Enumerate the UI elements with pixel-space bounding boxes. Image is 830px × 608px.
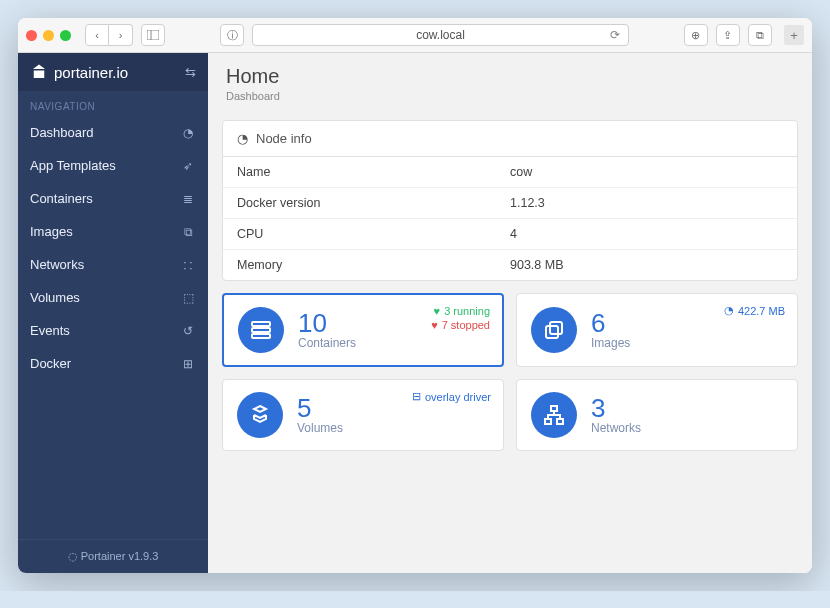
sidebar-item-label: Dashboard [30,125,94,140]
page-title: Home [226,65,794,88]
svg-rect-9 [545,419,551,424]
heartbeat-icon: ♥ [434,305,441,317]
svg-rect-5 [252,334,270,338]
tile-count: 10 [298,310,356,336]
heartbeat-icon: ♥ [431,319,438,331]
dashboard-tiles: 10 Containers ♥3 running ♥7 stopped 6 Im… [222,293,798,451]
sidebar-item-label: Networks [30,257,84,272]
minimize-window[interactable] [43,30,54,41]
grid-icon: ⊞ [180,357,196,371]
running-count: 3 running [444,305,490,317]
sidebar-item-label: Images [30,224,73,239]
clone-icon: ⧉ [180,225,196,239]
info-row-name: Name cow [223,157,797,188]
svg-rect-10 [557,419,563,424]
safari-window: ‹ › ⓘ cow.local ⟳ ⊕ ⇪ ⧉ + portainer.io ⇆… [18,18,812,573]
clone-icon [531,307,577,353]
sidebar-footer[interactable]: ◌ Portainer v1.9.3 [18,539,208,573]
hdd-icon: ⊟ [412,390,421,403]
svg-rect-3 [252,322,270,326]
tile-label: Images [591,336,630,350]
pie-icon: ◔ [724,304,734,317]
tile-containers[interactable]: 10 Containers ♥3 running ♥7 stopped [222,293,504,367]
sidebar-item-dashboard[interactable]: Dashboard ◔ [18,116,208,149]
new-tab-button[interactable]: + [784,25,804,45]
sitemap-icon [531,392,577,438]
sidebar-item-volumes[interactable]: Volumes ⬚ [18,281,208,314]
tile-volumes[interactable]: 5 Volumes ⊟overlay driver [222,379,504,451]
tile-images[interactable]: 6 Images ◔422.7 MB [516,293,798,367]
svg-rect-4 [252,328,270,332]
server-icon: ≣ [180,192,196,206]
brand-bar[interactable]: portainer.io ⇆ [18,53,208,91]
tile-label: Volumes [297,421,343,435]
sidebar-item-label: Containers [30,191,93,206]
sidebar-item-images[interactable]: Images ⧉ [18,215,208,248]
forward-button[interactable]: › [109,24,133,46]
images-size: 422.7 MB [738,305,785,317]
svg-rect-2 [34,71,45,79]
sidebar-item-events[interactable]: Events ↺ [18,314,208,347]
sidebar-item-label: Docker [30,356,71,371]
tile-count: 5 [297,395,343,421]
info-row-memory: Memory 903.8 MB [223,250,797,280]
address-bar[interactable]: cow.local ⟳ [252,24,629,46]
main-content: Home Dashboard ◔ Node info Name cow Dock… [208,53,812,573]
sidebar-item-docker[interactable]: Docker ⊞ [18,347,208,380]
brand-name: portainer.io [54,64,179,81]
tile-label: Networks [591,421,641,435]
tile-count: 3 [591,395,641,421]
info-row-docker-version: Docker version 1.12.3 [223,188,797,219]
downloads-button[interactable]: ⊕ [684,24,708,46]
sitemap-icon: ⸬ [180,258,196,272]
sidebar-collapse-icon[interactable]: ⇆ [185,65,196,80]
tile-networks[interactable]: 3 Networks [516,379,798,451]
node-info-card: ◔ Node info Name cow Docker version 1.12… [222,120,798,281]
cubes-icon: ⬚ [180,291,196,305]
reload-icon[interactable]: ⟳ [610,28,620,42]
browser-toolbar: ‹ › ⓘ cow.local ⟳ ⊕ ⇪ ⧉ + [18,18,812,53]
svg-rect-7 [546,326,558,338]
portainer-app: portainer.io ⇆ NAVIGATION Dashboard ◔ Ap… [18,53,812,573]
github-icon: ◌ [68,550,81,562]
site-info-button[interactable]: ⓘ [220,24,244,46]
sidebar-item-label: App Templates [30,158,116,173]
back-button[interactable]: ‹ [85,24,109,46]
svg-rect-0 [147,30,159,40]
sidebar: portainer.io ⇆ NAVIGATION Dashboard ◔ Ap… [18,53,208,573]
sidebar-item-label: Volumes [30,290,80,305]
server-icon [238,307,284,353]
url-text: cow.local [416,28,465,42]
gauge-icon: ◔ [237,131,248,146]
tile-count: 6 [591,310,630,336]
close-window[interactable] [26,30,37,41]
sidebar-toggle[interactable] [141,24,165,46]
tile-label: Containers [298,336,356,350]
rocket-icon: ➶ [180,159,196,173]
cubes-icon [237,392,283,438]
info-row-cpu: CPU 4 [223,219,797,250]
gauge-icon: ◔ [180,126,196,140]
sidebar-item-networks[interactable]: Networks ⸬ [18,248,208,281]
window-controls [26,30,71,41]
sidebar-item-containers[interactable]: Containers ≣ [18,182,208,215]
breadcrumb: Dashboard [226,90,794,102]
tabs-button[interactable]: ⧉ [748,24,772,46]
portainer-logo-icon [30,63,48,81]
volume-driver: overlay driver [425,391,491,403]
svg-rect-8 [551,406,557,411]
maximize-window[interactable] [60,30,71,41]
svg-rect-6 [550,322,562,334]
stopped-count: 7 stopped [442,319,490,331]
page-header: Home Dashboard [208,53,812,112]
nav-section-label: NAVIGATION [18,91,208,116]
sidebar-item-app-templates[interactable]: App Templates ➶ [18,149,208,182]
share-button[interactable]: ⇪ [716,24,740,46]
history-icon: ↺ [180,324,196,338]
card-header: ◔ Node info [223,121,797,157]
sidebar-item-label: Events [30,323,70,338]
card-title: Node info [256,131,312,146]
